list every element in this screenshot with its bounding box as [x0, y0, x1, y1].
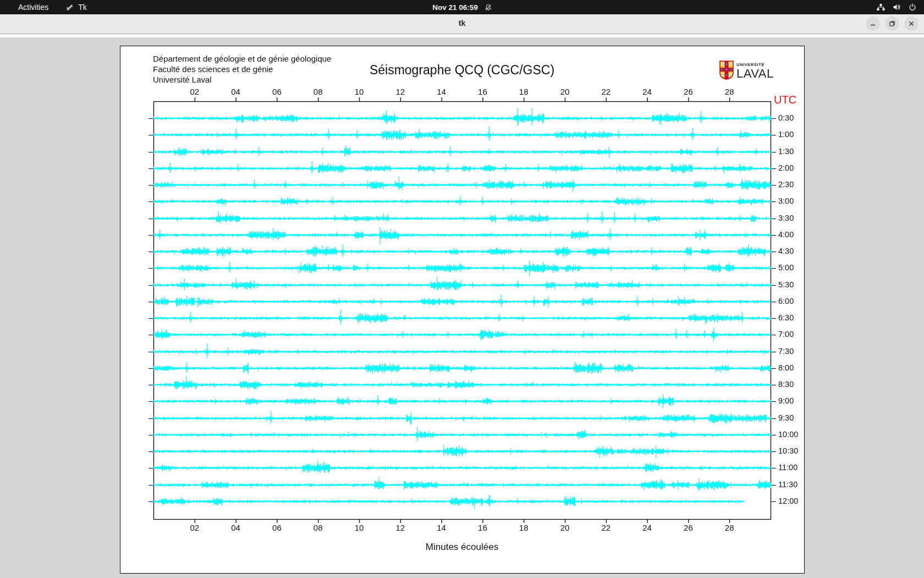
dept-line-2: Faculté des sciences et de génie	[153, 64, 331, 74]
focused-app-name: Tk	[78, 3, 87, 12]
row-time-label: 2:00	[778, 163, 794, 172]
row-time-label: 7:00	[778, 330, 794, 339]
row-time-label: 5:30	[778, 280, 794, 289]
x-tick-label: 22	[601, 87, 610, 96]
clock-menu[interactable]: Nov 21 06:59	[432, 0, 492, 14]
x-tick-label: 26	[684, 523, 693, 532]
clock-label: Nov 21 06:59	[432, 3, 478, 12]
row-time-label: 1:00	[778, 130, 794, 139]
desktop: Activities Tk Nov 21	[0, 0, 924, 578]
row-time-label: 12:00	[778, 497, 798, 505]
x-tick-label: 12	[395, 87, 405, 96]
row-time-label: 5:00	[778, 263, 794, 272]
x-tick-label: 14	[437, 87, 446, 96]
x-tick-label: 26	[684, 87, 693, 96]
dept-line-1: Département de géologie et de génie géol…	[153, 53, 331, 64]
row-time-label: 10:00	[778, 430, 798, 439]
network-icon	[877, 3, 885, 11]
row-time-label: 6:00	[778, 297, 794, 306]
x-tick-label: 20	[560, 87, 570, 96]
titlebar-separator	[0, 34, 924, 37]
row-time-label: 4:30	[778, 247, 794, 255]
gnome-top-bar: Activities Tk Nov 21	[0, 0, 924, 14]
x-tick-label: 06	[272, 523, 282, 532]
x-tick-label: 24	[642, 523, 652, 532]
row-time-label: 7:30	[778, 347, 794, 356]
maximize-button[interactable]	[885, 17, 899, 31]
ul-logo-line2: LAVAL	[736, 68, 774, 80]
x-tick-label: 18	[519, 523, 529, 532]
x-tick-label: 28	[725, 523, 734, 532]
x-axis-title: Minutes écoulées	[426, 542, 498, 553]
row-time-label: 9:30	[778, 413, 794, 422]
row-time-label: 8:00	[778, 363, 794, 372]
x-tick-label: 08	[314, 523, 323, 532]
x-tick-label: 04	[231, 87, 240, 96]
window-title: tk	[0, 19, 924, 28]
window-titlebar[interactable]: tk	[0, 14, 924, 34]
activities-button[interactable]: Activities	[15, 2, 52, 12]
row-time-label: 3:30	[778, 214, 794, 222]
x-tick-label: 12	[395, 523, 405, 532]
volume-icon	[893, 3, 901, 11]
x-tick-label: 28	[725, 87, 734, 96]
x-tick-label: 16	[478, 523, 487, 532]
x-tick-label: 18	[519, 87, 529, 96]
row-time-label: 11:30	[778, 480, 798, 489]
row-time-label: 4:00	[778, 230, 794, 239]
x-tick-label: 24	[642, 87, 652, 96]
x-tick-label: 08	[314, 87, 323, 96]
close-button[interactable]	[904, 17, 919, 31]
row-time-label: 3:00	[778, 197, 794, 205]
row-time-label: 9:00	[778, 396, 794, 405]
minimize-button[interactable]	[866, 17, 880, 31]
header-department: Département de géologie et de génie géol…	[153, 53, 331, 85]
universite-laval-logo: UNIVERSITÉ LAVAL	[719, 61, 774, 82]
seismogram-plot	[120, 46, 805, 574]
notifications-muted-icon	[485, 4, 492, 11]
plot-title: Séismographe QCQ (CGC/GSC)	[370, 63, 554, 78]
row-time-label: 1:30	[778, 147, 794, 156]
ul-shield-icon	[719, 61, 734, 82]
x-tick-label: 22	[601, 523, 610, 532]
row-time-label: 10:30	[778, 446, 798, 455]
power-icon	[909, 3, 916, 11]
row-time-label: 6:30	[778, 313, 794, 322]
row-time-label: 0:30	[778, 113, 794, 122]
x-tick-label: 14	[437, 523, 446, 532]
x-tick-label: 02	[190, 523, 199, 532]
dept-line-3: Université Laval	[153, 74, 331, 85]
focused-app-indicator[interactable]: Tk	[66, 3, 87, 12]
x-tick-label: 02	[190, 87, 199, 96]
x-tick-label: 10	[355, 523, 364, 532]
tk-app-icon	[66, 3, 74, 11]
x-tick-label: 10	[355, 87, 364, 96]
x-tick-label: 16	[478, 87, 487, 96]
seismograph-canvas: Département de géologie et de génie géol…	[120, 46, 805, 574]
x-tick-label: 04	[231, 523, 240, 532]
row-time-label: 2:30	[778, 180, 794, 189]
utc-axis-label: UTC	[774, 94, 796, 106]
row-time-label: 11:00	[778, 463, 798, 472]
system-status-area[interactable]	[877, 0, 916, 14]
row-time-label: 8:30	[778, 380, 794, 389]
x-tick-label: 20	[560, 523, 570, 532]
x-tick-label: 06	[272, 87, 282, 96]
